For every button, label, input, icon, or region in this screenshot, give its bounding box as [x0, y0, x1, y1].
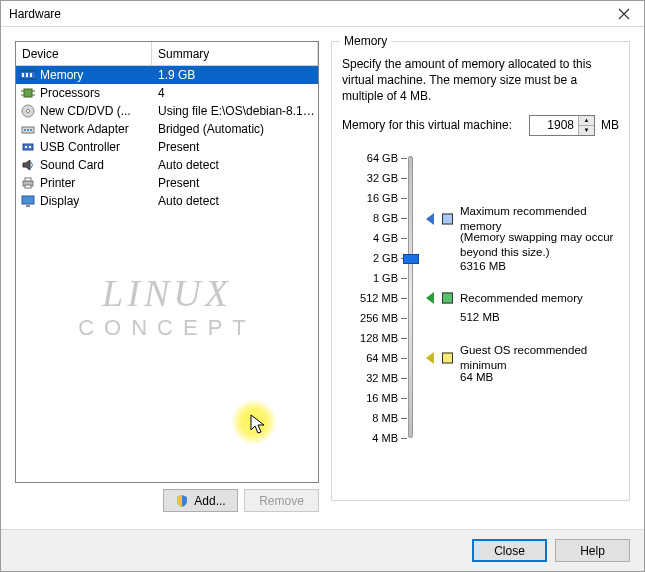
- tick-label: 4 GB: [346, 232, 398, 244]
- sound-icon: [20, 158, 36, 172]
- svg-rect-15: [23, 144, 33, 150]
- memory-icon: [20, 68, 36, 82]
- svg-rect-16: [25, 146, 27, 148]
- device-name: New CD/DVD (...: [40, 104, 131, 118]
- memory-description: Specify the amount of memory allocated t…: [342, 56, 619, 105]
- svg-rect-20: [25, 185, 31, 188]
- device-name: Display: [40, 194, 79, 208]
- tick-label: 64 GB: [346, 152, 398, 164]
- svg-rect-12: [24, 129, 26, 131]
- marker-rec-title: Recommended memory: [460, 290, 583, 305]
- memory-groupbox: Memory Specify the amount of memory allo…: [331, 41, 630, 501]
- device-name: Memory: [40, 68, 83, 82]
- svg-rect-4: [24, 89, 32, 97]
- device-summary: Auto detect: [152, 194, 318, 208]
- titlebar: Hardware: [1, 1, 644, 27]
- device-summary: Using file E:\OS\debian-8.11.0-am...: [152, 104, 318, 118]
- column-header-device[interactable]: Device: [16, 42, 152, 65]
- device-name: Processors: [40, 86, 100, 100]
- tick-label: 8 MB: [346, 412, 398, 424]
- spinner-down-icon[interactable]: ▼: [579, 126, 594, 135]
- groupbox-legend: Memory: [340, 34, 391, 48]
- spinner-up-icon[interactable]: ▲: [579, 116, 594, 126]
- device-row-sound[interactable]: Sound Card Auto detect: [16, 156, 318, 174]
- device-summary: Present: [152, 140, 318, 154]
- device-name: Network Adapter: [40, 122, 129, 136]
- close-button-label: Close: [494, 544, 525, 558]
- close-icon[interactable]: [604, 1, 644, 27]
- device-row-printer[interactable]: Printer Present: [16, 174, 318, 192]
- memory-slider-area: 64 GB 32 GB 16 GB 8 GB 4 GB 2 GB 1 GB 51…: [342, 152, 619, 442]
- help-button[interactable]: Help: [555, 539, 630, 562]
- memory-input-row: Memory for this virtual machine: ▲ ▼ MB: [342, 115, 619, 136]
- tick-label: 32 MB: [346, 372, 398, 384]
- svg-rect-2: [26, 73, 28, 77]
- svg-rect-21: [22, 196, 34, 204]
- marker-rec-value: 512 MB: [460, 310, 500, 325]
- right-pane: Memory Specify the amount of memory allo…: [331, 41, 630, 521]
- cursor-highlight: [232, 400, 276, 444]
- marker-guest-title: Guest OS recommended minimum: [460, 343, 618, 373]
- svg-rect-1: [22, 73, 24, 77]
- remove-button: Remove: [244, 489, 319, 512]
- column-header-summary[interactable]: Summary: [152, 42, 318, 65]
- memory-input[interactable]: [530, 116, 578, 135]
- marker-box-guest: [442, 352, 453, 363]
- device-row-memory[interactable]: Memory 1.9 GB: [16, 66, 318, 84]
- marker-guest-value: 64 MB: [460, 370, 493, 385]
- device-name: USB Controller: [40, 140, 120, 154]
- hardware-dialog: Hardware Device Summary M: [0, 0, 645, 572]
- svg-rect-17: [29, 146, 31, 148]
- remove-button-label: Remove: [259, 494, 304, 508]
- device-name: Printer: [40, 176, 75, 190]
- tick-label: 128 MB: [346, 332, 398, 344]
- tick-label: 256 MB: [346, 312, 398, 324]
- tick-label: 1 GB: [346, 272, 398, 284]
- device-row-usb[interactable]: USB Controller Present: [16, 138, 318, 156]
- svg-rect-14: [30, 129, 32, 131]
- device-row-processors[interactable]: Processors 4: [16, 84, 318, 102]
- tick-label: 16 MB: [346, 392, 398, 404]
- svg-rect-22: [26, 205, 30, 207]
- close-button[interactable]: Close: [472, 539, 547, 562]
- triangle-left-icon: [426, 352, 434, 364]
- device-row-display[interactable]: Display Auto detect: [16, 192, 318, 210]
- tick-label: 32 GB: [346, 172, 398, 184]
- content-area: Device Summary Memory 1.9 GB: [15, 41, 630, 521]
- display-icon: [20, 194, 36, 208]
- memory-spinner[interactable]: ▲ ▼: [529, 115, 595, 136]
- triangle-left-icon: [426, 292, 434, 304]
- help-button-label: Help: [580, 544, 605, 558]
- device-summary: Present: [152, 176, 318, 190]
- marker-box-max: [442, 213, 453, 224]
- slider-thumb[interactable]: [403, 254, 419, 264]
- memory-input-label: Memory for this virtual machine:: [342, 118, 523, 132]
- watermark: LINUX CONCEPT: [16, 271, 318, 341]
- window-title: Hardware: [9, 7, 61, 21]
- tick-label: 2 GB: [346, 252, 398, 264]
- svg-rect-13: [27, 129, 29, 131]
- triangle-left-icon: [426, 213, 434, 225]
- dialog-footer: Close Help: [1, 529, 644, 571]
- list-body: Memory 1.9 GB Processors 4: [16, 66, 318, 210]
- device-summary: 4: [152, 86, 318, 100]
- add-button[interactable]: Add...: [163, 489, 238, 512]
- left-button-bar: Add... Remove: [15, 489, 319, 521]
- shield-icon: [175, 494, 189, 508]
- cursor-icon: [250, 414, 270, 438]
- tick-label: 64 MB: [346, 352, 398, 364]
- svg-point-10: [26, 109, 29, 112]
- device-row-network[interactable]: Network Adapter Bridged (Automatic): [16, 120, 318, 138]
- svg-rect-19: [25, 178, 31, 181]
- device-summary: Auto detect: [152, 158, 318, 172]
- tick-label: 8 GB: [346, 212, 398, 224]
- marker-max-note: (Memory swapping may occur beyond this s…: [460, 230, 618, 260]
- slider-track[interactable]: [408, 156, 413, 438]
- device-summary: Bridged (Automatic): [152, 122, 318, 136]
- device-list[interactable]: Device Summary Memory 1.9 GB: [15, 41, 319, 483]
- tick-label: 4 MB: [346, 432, 398, 444]
- network-icon: [20, 122, 36, 136]
- device-row-cddvd[interactable]: New CD/DVD (... Using file E:\OS\debian-…: [16, 102, 318, 120]
- disc-icon: [20, 104, 36, 118]
- device-name: Sound Card: [40, 158, 104, 172]
